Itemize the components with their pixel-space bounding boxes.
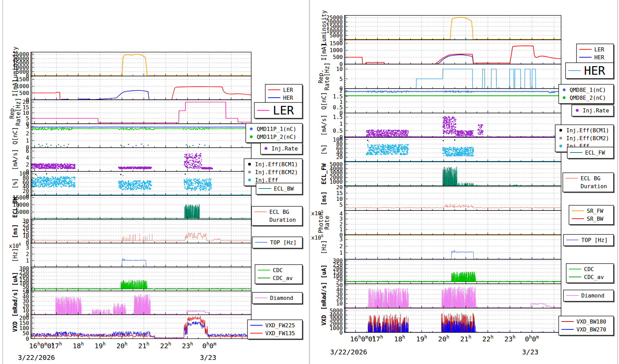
injection-rate-scatter-1-dot xyxy=(444,120,445,121)
axis-title: [uA] xyxy=(12,272,19,286)
injection-efficiency-scatter-0-dot xyxy=(68,182,69,183)
injection-efficiency-scatter-0-dot xyxy=(44,180,45,181)
injection-efficiency-scatter-0-dot xyxy=(135,183,136,184)
subplot-diamond-dose: 5040302010[mRad/s] xyxy=(320,282,561,310)
injection-efficiency-scatter-0-dot xyxy=(469,148,470,149)
injection-efficiency-scatter-0-dot xyxy=(443,150,444,151)
injection-rate-scatter-0-dot xyxy=(201,159,202,160)
injection-efficiency-scatter-0-dot xyxy=(201,183,202,184)
injection-rate-scatter-1-dot xyxy=(446,127,447,128)
injection-efficiency-scatter-0-dot xyxy=(58,184,59,185)
injection-efficiency-scatter-0-dot xyxy=(386,147,387,148)
axis-title: [ms] xyxy=(320,191,327,205)
injection-rate-scatter-1-dot xyxy=(390,132,391,133)
injection-efficiency-scatter-0-dot xyxy=(393,147,395,148)
injection-rate-scatter-0-dot xyxy=(148,167,149,168)
injection-efficiency-scatter-0-dot xyxy=(134,188,135,189)
injection-efficiency-scatter-0-dot xyxy=(200,190,201,191)
x-tick-label: 19h xyxy=(416,334,427,343)
injection-efficiency-scatter-0-dot xyxy=(407,145,408,146)
y-tick-label: 1 xyxy=(339,121,343,127)
injection-efficiency-scatter-0-dot xyxy=(464,154,465,155)
injection-efficiency-scatter-0-dot xyxy=(64,180,65,181)
injection-rate-scatter-1-dot xyxy=(477,130,478,131)
injection-rate-scatter-1-dot xyxy=(448,126,449,128)
injection-rate-scatter-0-dot xyxy=(186,155,187,156)
injection-charge-scatter-2-dot xyxy=(46,144,47,145)
plot-frame xyxy=(31,243,251,267)
injection-rate-scatter-1-dot xyxy=(443,129,444,130)
injection-rate-scatter-0-dot xyxy=(63,167,64,168)
injection-efficiency-scatter-0-dot xyxy=(131,183,132,184)
injection-rate-scatter-1-dot xyxy=(449,120,450,121)
legend-label: Inj.Eff(BCM2) xyxy=(566,135,609,142)
injection-rate-scatter-1-dot xyxy=(481,131,482,132)
injection-rate-scatter-1-dot xyxy=(404,130,405,131)
injection-efficiency-scatter-0-dot xyxy=(193,183,194,184)
injection-efficiency-scatter-0-dot xyxy=(444,151,445,152)
injection-efficiency-scatter-0-dot xyxy=(205,184,206,185)
injection-efficiency-scatter-0-dot xyxy=(37,177,38,178)
injection-rate-scatter-1-dot xyxy=(384,136,385,137)
injection-efficiency-scatter-0-dot xyxy=(138,181,139,182)
injection-rate-scatter-0-dot xyxy=(53,164,54,165)
injection-rate-scatter-1-dot xyxy=(405,130,406,131)
injection-efficiency-scatter-0-dot xyxy=(40,178,41,179)
legend-dot xyxy=(250,135,253,138)
injection-rate-scatter-0-dot xyxy=(138,167,139,168)
injection-rate-scatter-1-dot xyxy=(455,127,456,128)
injection-efficiency-scatter-0-dot xyxy=(184,182,185,183)
injection-efficiency-scatter-0-dot xyxy=(451,154,452,155)
injection-efficiency-scatter-0-dot xyxy=(195,190,196,191)
injection-rate-scatter-1-dot xyxy=(444,122,445,123)
injection-efficiency-scatter-0-dot xyxy=(395,152,396,153)
injection-rate-scatter-1-dot xyxy=(406,136,407,137)
injection-efficiency-scatter-0-dot xyxy=(147,182,148,183)
injection-efficiency-scatter-0-dot xyxy=(190,188,191,189)
injection-rate-scatter-1-dot xyxy=(368,132,369,133)
injection-rate-scatter-1-dot xyxy=(449,119,450,120)
injection-efficiency-scatter-0-dot xyxy=(205,190,206,191)
injection-rate-scatter-0-dot xyxy=(190,166,191,167)
injection-efficiency-scatter-0-dot xyxy=(132,187,133,189)
injection-rate-scatter-1-dot xyxy=(401,135,402,136)
injection-rate-scatter-0-dot xyxy=(44,168,45,169)
injection-rate-scatter-0-dot xyxy=(199,168,200,169)
injection-efficiency-scatter-0-dot xyxy=(392,154,393,155)
injection-rate-scatter-0-dot xyxy=(201,153,202,154)
injection-efficiency-scatter-0-dot xyxy=(187,180,188,181)
injection-efficiency-scatter-0-dot xyxy=(128,183,129,184)
injection-rate-scatter-1-dot xyxy=(443,117,444,118)
injection-rate-scatter-0-dot xyxy=(198,155,199,156)
injection-efficiency-scatter-0-dot xyxy=(56,186,57,187)
injection-efficiency-scatter-0-dot xyxy=(144,186,145,187)
injection-efficiency-scatter-0-dot xyxy=(199,179,200,180)
subplot-ecl-backward: 15000100005000ECL_BW xyxy=(12,194,251,219)
injection-rate-scatter-1-dot xyxy=(401,134,402,135)
injection-efficiency-scatter-0-dot xyxy=(186,188,187,189)
injection-rate-legend: Inj.Rate xyxy=(572,105,614,116)
injection-efficiency-scatter-0-dot xyxy=(448,152,449,153)
injection-efficiency-scatter-0-dot xyxy=(128,186,129,187)
axis-title: Rep. xyxy=(9,105,15,119)
injection-rate-scatter-1-dot xyxy=(482,124,483,125)
injection-rate-scatter-1-dot xyxy=(373,134,374,135)
axis-title: Q[nC] xyxy=(12,127,19,144)
beam-current-legend: LERHER xyxy=(265,84,302,104)
injection-rate-scatter-0-dot xyxy=(201,164,202,165)
subplot-injection-efficiency: 10080604020[%] xyxy=(320,136,561,162)
injection-rate-scatter-1-dot xyxy=(478,134,479,135)
injection-rate-scatter-0-dot xyxy=(145,168,146,169)
injection-efficiency-scatter-0-dot xyxy=(386,149,387,150)
injection-rate-scatter-0-dot xyxy=(66,167,67,168)
injection-efficiency-scatter-0-dot xyxy=(373,147,374,148)
subplot-top-rate: 321[Hz]x106 xyxy=(9,242,251,267)
injection-rate-scatter-1-dot xyxy=(462,133,463,134)
injection-rate-scatter-0-dot xyxy=(47,163,48,165)
injection-rate-scatter-1-dot xyxy=(405,133,406,134)
legend-label: QMD11P_1(nC) xyxy=(257,126,296,132)
beam-current-legend: LERHER xyxy=(576,44,614,63)
x-tick-label: 17h xyxy=(372,334,383,343)
injection-efficiency-scatter-0-dot xyxy=(126,183,127,184)
injection-efficiency-scatter-0-dot xyxy=(390,150,391,151)
